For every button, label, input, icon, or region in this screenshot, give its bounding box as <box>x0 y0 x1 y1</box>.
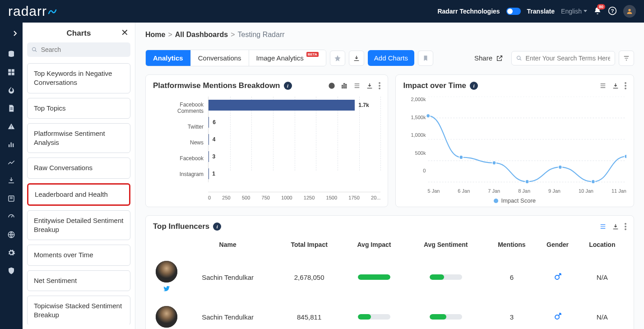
download-chart-button[interactable] <box>612 223 619 230</box>
sidebar-title: Charts <box>67 29 91 38</box>
favorite-button[interactable] <box>330 51 345 66</box>
column-header[interactable]: Avg Impact <box>343 237 405 255</box>
svg-point-22 <box>379 88 380 89</box>
trend-icon <box>7 158 15 167</box>
breadcrumb-all[interactable]: All Dashboards <box>175 31 228 39</box>
nav-database[interactable] <box>7 50 16 59</box>
notifications-button[interactable]: 80 <box>593 7 602 16</box>
nav-dashboards[interactable] <box>7 68 16 77</box>
bar-value: 6 <box>213 119 216 125</box>
column-header[interactable]: Name <box>180 237 275 255</box>
data-point[interactable] <box>592 180 595 184</box>
nav-archive[interactable] <box>7 266 16 275</box>
toolbar: Analytics Conversations Image AnalyticsB… <box>145 50 634 66</box>
charts-sidebar: Charts ✕ Top Keywords in Negative Conver… <box>23 23 135 329</box>
chart-list-item[interactable]: Top Keywords in Negative Conversations <box>27 63 130 93</box>
columns-icon <box>341 82 348 89</box>
view-list-button[interactable] <box>599 83 607 89</box>
search-terms-input[interactable] <box>526 55 610 62</box>
close-sidebar-button[interactable]: ✕ <box>121 27 129 38</box>
nav-analytics[interactable] <box>7 140 16 149</box>
bar[interactable] <box>208 151 209 162</box>
bookmark-button[interactable] <box>418 51 433 66</box>
chart-list-item[interactable]: Raw Conversations <box>27 158 130 178</box>
chart-menu-button[interactable] <box>379 82 380 89</box>
nav-reports[interactable] <box>7 104 16 113</box>
mentions: 3 <box>486 300 537 329</box>
chart-list-item[interactable]: Entitywise Detailed Sentiment Breakup <box>27 210 130 241</box>
download-dashboard-button[interactable] <box>349 51 364 66</box>
data-point[interactable] <box>525 180 529 184</box>
data-point[interactable] <box>492 161 496 165</box>
column-header[interactable]: Location <box>578 237 626 255</box>
influencer-avatar[interactable] <box>156 261 177 283</box>
org-name[interactable]: Radarr Technologies <box>437 8 500 15</box>
nav-alerts[interactable] <box>7 122 16 131</box>
translate-toggle[interactable] <box>506 8 521 15</box>
column-header[interactable]: Avg Sentiment <box>405 237 486 255</box>
bar-value: 3 <box>213 153 216 160</box>
download-chart-button[interactable] <box>366 82 373 89</box>
influencer-avatar[interactable] <box>156 306 177 328</box>
tab-image-analytics[interactable]: Image AnalyticsBETA <box>249 50 326 66</box>
chart-list-item[interactable]: Platformwise Sentiment Analysis <box>27 123 130 153</box>
card-top-influencers: Top Influencers i NameTotal ImpactAvg Im… <box>145 215 634 329</box>
bar[interactable] <box>208 134 209 145</box>
nav-trending[interactable] <box>7 86 16 95</box>
bar[interactable] <box>208 100 355 111</box>
chart-menu-button[interactable] <box>625 82 626 89</box>
add-charts-button[interactable]: Add Charts <box>368 50 414 66</box>
language-selector[interactable]: English <box>561 8 587 15</box>
chart-list-item[interactable]: Top Topics <box>27 98 130 119</box>
data-point[interactable] <box>426 114 430 118</box>
influencers-table: NameTotal ImpactAvg ImpactAvg SentimentM… <box>153 237 626 329</box>
tab-analytics[interactable]: Analytics <box>146 50 191 66</box>
view-list-button[interactable] <box>599 223 607 230</box>
nav-speed[interactable] <box>7 212 16 221</box>
nav-downloads[interactable] <box>7 176 16 185</box>
chart-menu-button[interactable] <box>625 223 626 230</box>
breadcrumb-home[interactable]: Home <box>145 31 165 39</box>
column-header[interactable]: Gender <box>537 237 578 255</box>
share-button[interactable]: Share <box>474 54 503 62</box>
user-avatar[interactable] <box>623 5 636 18</box>
data-point[interactable] <box>559 165 562 169</box>
nav-library[interactable] <box>7 194 16 203</box>
filter-button[interactable] <box>619 51 634 66</box>
chart-list-item[interactable]: Leaderboard and Health <box>27 183 130 206</box>
info-icon[interactable]: i <box>284 82 292 90</box>
flame-icon <box>7 86 15 94</box>
nav-trends[interactable] <box>7 158 16 167</box>
pie-icon <box>328 82 335 89</box>
chart-search-input[interactable] <box>41 46 126 53</box>
info-icon[interactable]: i <box>213 222 221 231</box>
bar[interactable] <box>208 117 209 128</box>
library-icon <box>7 195 15 203</box>
kebab-icon <box>625 223 626 230</box>
view-pie-button[interactable] <box>328 82 335 89</box>
chart-list-item[interactable]: Moments over Time <box>27 245 130 265</box>
info-icon[interactable]: i <box>470 82 478 90</box>
view-bar-button[interactable] <box>341 82 348 89</box>
avg-impact-bar <box>358 314 390 320</box>
tab-conversations[interactable]: Conversations <box>191 50 249 66</box>
gender <box>537 300 578 329</box>
nav-global[interactable] <box>7 230 16 239</box>
table-row[interactable]: Sachin Tendulkar2,678,0506N/A <box>153 255 626 300</box>
top-bar: radarr Radarr Technologies Translate Eng… <box>0 0 644 23</box>
view-list-button[interactable] <box>353 83 361 89</box>
nav-settings[interactable] <box>7 248 16 257</box>
help-button[interactable]: ? <box>608 6 617 17</box>
chart-list-item[interactable]: Topicwise Stacked Sentiment Breakup <box>27 296 130 324</box>
column-header[interactable]: Total Impact <box>275 237 343 255</box>
column-header[interactable]: Mentions <box>486 237 537 255</box>
collapse-sidebar-button[interactable] <box>11 29 20 38</box>
table-row[interactable]: Sachin Tendulkar845,8113N/A <box>153 300 626 329</box>
chart-list-item[interactable]: Net Sentiment <box>27 270 130 291</box>
chart-search[interactable] <box>27 42 130 57</box>
svg-point-31 <box>625 223 626 225</box>
data-point[interactable] <box>625 154 626 158</box>
data-point[interactable] <box>459 155 463 159</box>
search-terms[interactable] <box>511 51 615 65</box>
download-chart-button[interactable] <box>612 82 619 89</box>
